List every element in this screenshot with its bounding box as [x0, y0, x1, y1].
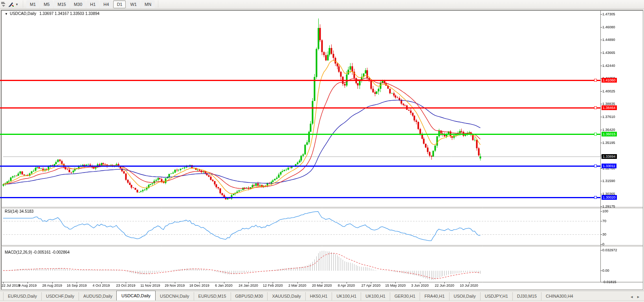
rsi-label: RSI(14) 34.5183 [5, 209, 33, 214]
symbol-period-label: USDCAD,Daily [10, 11, 36, 16]
symbol-tab[interactable]: USDCAD,Daily [116, 291, 156, 300]
macd-label: MACD(12,26,9) -0.005161 -0.002864 [5, 250, 70, 254]
price-chart-canvas[interactable] [0, 0, 644, 302]
trading-platform-window: ▼ M1M5M15M30H1H4D1W1MN ▼USDCAD,Daily1.33… [0, 0, 644, 302]
collapse-triangle-icon[interactable]: ▼ [5, 12, 8, 16]
chart-title: ▼USDCAD,Daily1.33697 1.34167 1.33503 1.3… [5, 11, 99, 16]
ohlc-values: 1.33697 1.34167 1.33503 1.33894 [39, 11, 99, 16]
